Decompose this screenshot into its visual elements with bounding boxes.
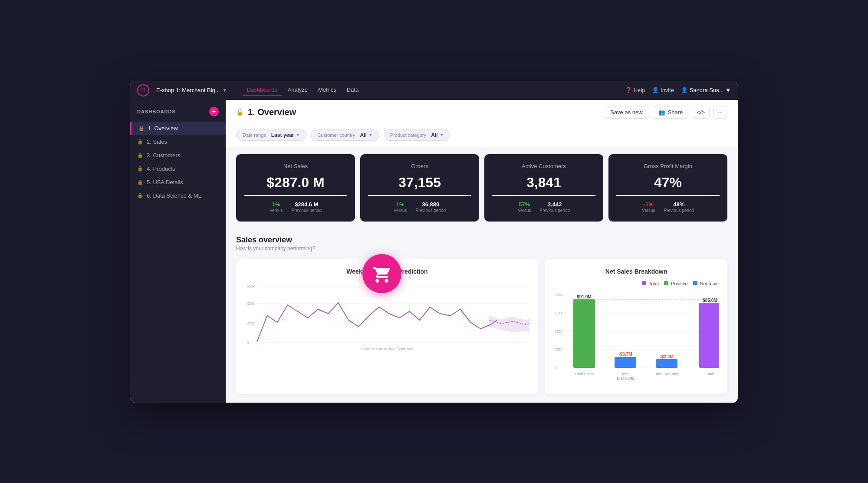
active-customers-card: Active Customers 3,841 57% Versus 2,442 …	[484, 154, 603, 222]
legend-dot-positive	[664, 281, 668, 285]
versus-pct: 57% Versus	[518, 201, 531, 213]
date-range-filter[interactable]: Date range Last year ▼	[236, 129, 306, 141]
lock-icon: 🔒	[137, 139, 143, 145]
bar-returns	[656, 359, 677, 368]
customer-country-filter[interactable]: Customer country All ▼	[311, 129, 379, 141]
metric-footer: 1% Versus $284.6 M Previous period	[244, 201, 347, 213]
metric-footer: -1% Versus 48% Previous period	[616, 201, 720, 213]
sidebar-item-label: 1. Overview	[148, 125, 178, 132]
versus-abs: 48% Previous period	[664, 201, 694, 213]
nav-dashboards[interactable]: Dashboards	[243, 85, 282, 96]
nav-data[interactable]: Data	[342, 85, 363, 96]
shop-chevron-icon: ▼	[223, 88, 227, 93]
bar-chart-wrapper: 100M 75M 50M 25M 0 $91.0M	[554, 290, 719, 385]
metrics-grid: Net Sales $287.0 M 1% Versus $284.6 M Pr…	[226, 147, 738, 228]
bar-total	[699, 303, 719, 368]
sidebar-item-usa[interactable]: 🔒 5. USA Details	[130, 175, 226, 189]
filter-chevron-icon: ▼	[296, 132, 300, 137]
more-options-button[interactable]: ···	[713, 106, 727, 119]
filter-chevron-icon: ▼	[368, 132, 373, 137]
sidebar-header: DASHBOARDS +	[130, 107, 226, 122]
lock-icon: 🔒	[137, 193, 143, 198]
gross-profit-card: Gross Profit Margin 47% -1% Versus 48% P…	[608, 154, 727, 222]
svg-text:200k: 200k	[247, 321, 255, 325]
breakdown-chart-title: Net Sales Breakdown	[554, 268, 719, 275]
metric-title: Orders	[368, 163, 471, 169]
share-button[interactable]: 👥 Share	[653, 106, 689, 119]
versus-pct: 1% Versus	[270, 201, 283, 213]
svg-text:$85.0M: $85.0M	[703, 298, 717, 303]
svg-marker-11	[489, 316, 529, 333]
page-title: 1. Overview	[248, 107, 296, 117]
lock-icon: 🔒	[138, 126, 145, 131]
versus-abs: $284.6 M Previous period	[292, 201, 322, 213]
user-icon: 👤	[681, 87, 688, 93]
versus-abs: 2,442 Previous period	[540, 201, 570, 213]
svg-text:-$2.2M: -$2.2M	[660, 354, 673, 359]
main-layout: DASHBOARDS + 🔒 1. Overview 🔒 2. Sales 🔒 …	[130, 100, 738, 403]
content-header: 🔒 1. Overview Save as new 👥 Share </> ··…	[226, 100, 738, 125]
versus-abs: 36,880 Previous period	[416, 201, 446, 213]
metric-footer: 57% Versus 2,442 Previous period	[492, 201, 595, 213]
svg-text:Discounts: Discounts	[617, 376, 634, 380]
svg-text:0: 0	[247, 340, 249, 344]
sidebar-item-overview[interactable]: 🔒 1. Overview	[130, 122, 226, 135]
svg-text:100M: 100M	[555, 293, 565, 297]
save-new-button[interactable]: Save as new	[604, 106, 649, 119]
svg-text:400k: 400k	[247, 301, 255, 305]
legend-dot-total	[642, 281, 646, 285]
nav-analyze[interactable]: Analyze	[283, 85, 312, 96]
svg-text:Total: Total	[706, 372, 714, 376]
legend-dot-negative	[693, 281, 697, 285]
help-button[interactable]: ❓ Help	[625, 87, 645, 93]
sidebar-item-sales[interactable]: 🔒 2. Sales	[130, 135, 226, 149]
share-icon: 👥	[658, 109, 665, 116]
embed-button[interactable]: </>	[692, 106, 710, 119]
legend-negative: Negative	[693, 281, 719, 286]
svg-text:Customer created date - Week/Y: Customer created date - Week/Year	[361, 346, 413, 350]
product-category-filter[interactable]: Product category All ▼	[384, 129, 450, 141]
filter-chevron-icon: ▼	[440, 132, 444, 137]
svg-text:Total Sales: Total Sales	[575, 372, 594, 376]
metric-title: Active Customers	[492, 163, 595, 169]
header-actions: Save as new 👥 Share </> ···	[604, 106, 727, 119]
bar-total-sales	[573, 299, 595, 368]
ellipsis-icon: ···	[718, 109, 723, 116]
page-title-area: 🔒 1. Overview	[236, 107, 296, 117]
metric-value: 3,841	[492, 175, 595, 196]
svg-text:-$3.7M: -$3.7M	[618, 352, 632, 357]
versus-pct: -1% Versus	[642, 201, 655, 213]
navbar-right: ❓ Help 👤 Invite 👤 Sandra Sus... ▼	[625, 87, 731, 93]
user-menu[interactable]: 👤 Sandra Sus... ▼	[681, 87, 731, 93]
section-subtitle: How is your company performing?	[236, 245, 727, 251]
metric-value: 47%	[616, 175, 720, 196]
sidebar-item-products[interactable]: 🔒 4. Products	[130, 162, 226, 175]
shop-name: E-shop 1: Merchant Big...	[156, 87, 220, 93]
lock-icon: 🔒	[137, 152, 143, 158]
section-title: Sales overview	[236, 235, 727, 245]
sidebar-item-customers[interactable]: 🔒 3. Customers	[130, 149, 226, 162]
svg-text:Total: Total	[621, 372, 629, 376]
invite-icon: 👤	[652, 87, 659, 93]
invite-button[interactable]: 👤 Invite	[652, 87, 674, 93]
content-area: 🔒 1. Overview Save as new 👥 Share </> ··…	[226, 100, 738, 403]
metric-title: Net Sales	[244, 163, 347, 169]
svg-text:Total Returns: Total Returns	[655, 372, 678, 376]
nav-metrics[interactable]: Metrics	[314, 85, 341, 96]
user-chevron-icon: ▼	[725, 87, 731, 93]
shop-selector[interactable]: E-shop 1: Merchant Big... ▼	[156, 87, 227, 93]
add-dashboard-button[interactable]: +	[209, 107, 219, 116]
sidebar-item-label: 3. Customers	[147, 152, 180, 159]
sidebar-item-ml[interactable]: 🔒 6. Data Science & ML	[130, 189, 226, 202]
cart-icon	[371, 263, 393, 285]
navbar: ⏱ E-shop 1: Merchant Big... ▼ Dashboards…	[130, 81, 738, 100]
sidebar-title: DASHBOARDS	[137, 109, 176, 114]
legend-positive: Positive	[664, 281, 688, 286]
svg-text:0: 0	[555, 366, 557, 370]
app-logo[interactable]: ⏱	[137, 84, 149, 96]
cart-icon-overlay	[362, 254, 401, 293]
metric-value: 37,155	[368, 175, 471, 196]
help-icon: ❓	[625, 87, 632, 93]
sidebar-item-label: 4. Products	[147, 165, 175, 172]
lock-icon: 🔒	[137, 179, 143, 185]
